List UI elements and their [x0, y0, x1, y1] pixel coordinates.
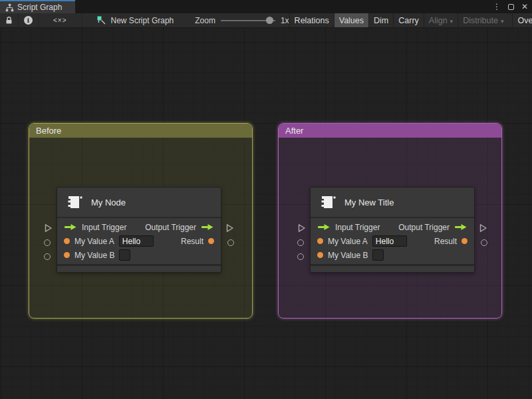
ext-output-trigger-port[interactable] [479, 223, 487, 233]
lock-icon [5, 16, 13, 25]
graph-canvas[interactable]: Before After My Node [0, 28, 532, 399]
zoom-label: Zoom [195, 16, 215, 25]
value-b-row: My Value B [57, 248, 221, 262]
value-a-row: My Value A Result [311, 234, 474, 248]
value-b-label: My Value B [328, 251, 368, 260]
result-port-dot [208, 238, 214, 244]
zoom-slider[interactable] [221, 13, 275, 28]
group-before-header[interactable]: Before [29, 124, 252, 138]
output-trigger-label: Output Trigger [145, 223, 196, 232]
value-a-label: My Value A [74, 237, 114, 246]
group-title: Before [36, 126, 61, 136]
value-a-input[interactable] [372, 235, 407, 247]
value-a-input[interactable] [119, 235, 154, 247]
result-label: Result [181, 237, 203, 246]
info-button[interactable]: i [19, 13, 39, 27]
input-trigger-label: Input Trigger [335, 223, 380, 232]
chevron-down-icon: ▾ [450, 18, 454, 25]
node-my-node[interactable]: My Node Input Trigger Output Trigger [57, 187, 221, 273]
info-icon: i [24, 16, 33, 25]
value-a-row: My Value A Result [57, 234, 221, 248]
script-graph-asset-icon [97, 16, 106, 25]
align-label: Align [429, 16, 448, 25]
ext-output-trigger-port[interactable] [225, 223, 234, 233]
unit-node-icon [65, 193, 84, 211]
group-after-header[interactable]: After [279, 124, 501, 138]
node-header[interactable]: My New Title [311, 188, 474, 218]
tab-bar: Script Graph ⋮ ✕ [0, 0, 532, 13]
window-controls: ⋮ ✕ [493, 0, 528, 13]
node-my-new-title[interactable]: My New Title Input Trigger Output Trigge… [310, 187, 475, 273]
node-footer [57, 264, 221, 272]
align-button[interactable]: Align ▾ [424, 13, 458, 27]
maximize-icon[interactable] [508, 4, 514, 10]
trigger-arrow-icon [317, 223, 331, 231]
ext-value-b-port[interactable] [297, 253, 304, 260]
output-trigger-label: Output Trigger [398, 223, 450, 232]
graph-toolbar: i <×> New Script Graph Zoom 1x Re [0, 13, 532, 28]
value-b-row: My Value B [311, 248, 474, 262]
distribute-label: Distribute [463, 16, 498, 25]
graph-hierarchy-icon [5, 3, 14, 12]
relations-button[interactable]: Relations [289, 13, 334, 27]
code-button[interactable]: <×> [39, 13, 82, 27]
dim-button[interactable]: Dim [368, 13, 393, 27]
lock-button[interactable] [0, 13, 19, 27]
menu-icon[interactable]: ⋮ [493, 2, 501, 11]
result-port-dot [462, 238, 467, 244]
node-body: Input Trigger Output Trigger My Value A [57, 218, 221, 264]
value-port-dot [64, 252, 70, 258]
ext-value-a-port[interactable] [44, 239, 51, 246]
zoom-value: 1x [281, 16, 289, 25]
graph-select-button[interactable]: New Script Graph [88, 13, 181, 27]
trigger-row: Input Trigger Output Trigger [57, 220, 221, 234]
value-b-input[interactable] [119, 249, 130, 261]
ext-value-a-port[interactable] [297, 239, 304, 246]
group-title: After [285, 126, 303, 136]
trigger-arrow-icon [454, 223, 467, 231]
value-port-dot [317, 252, 323, 258]
value-a-label: My Value A [328, 237, 368, 246]
zoom-control: Zoom 1x [195, 13, 289, 27]
zoom-slider-knob[interactable] [266, 17, 273, 24]
node-body: Input Trigger Output Trigger My Value A [311, 218, 474, 264]
ext-input-trigger-port[interactable] [44, 223, 53, 233]
node-footer [311, 264, 474, 272]
value-port-dot [64, 238, 70, 244]
result-label: Result [434, 237, 457, 246]
carry-button[interactable]: Carry [393, 13, 424, 27]
tab-script-graph[interactable]: Script Graph [0, 0, 75, 13]
ext-result-port[interactable] [227, 239, 234, 246]
graph-name-label: New Script Graph [111, 16, 174, 25]
chevron-down-icon: ▾ [501, 18, 504, 25]
values-button[interactable]: Values [334, 13, 368, 27]
toolbar-toggles: Relations Values Dim Carry Align ▾ Distr… [289, 13, 532, 27]
node-title: My Node [91, 198, 126, 207]
ext-value-b-port[interactable] [44, 253, 51, 260]
trigger-row: Input Trigger Output Trigger [311, 220, 474, 234]
value-b-input[interactable] [372, 249, 384, 261]
code-icon: <×> [53, 17, 67, 24]
tab-label: Script Graph [17, 3, 62, 12]
input-trigger-label: Input Trigger [82, 223, 126, 232]
ext-result-port[interactable] [481, 239, 487, 246]
node-title: My New Title [344, 198, 394, 207]
trigger-arrow-icon [201, 223, 214, 231]
overview-button[interactable]: Overview [512, 13, 532, 27]
value-port-dot [317, 238, 323, 244]
trigger-arrow-icon [64, 223, 77, 231]
unit-node-icon [319, 193, 337, 211]
script-graph-window: Script Graph ⋮ ✕ i <×> [0, 0, 532, 399]
distribute-button[interactable]: Distribute ▾ [458, 13, 508, 27]
ext-input-trigger-port[interactable] [297, 223, 306, 233]
value-b-label: My Value B [74, 251, 114, 260]
node-header[interactable]: My Node [57, 188, 221, 218]
close-icon[interactable]: ✕ [521, 2, 528, 11]
